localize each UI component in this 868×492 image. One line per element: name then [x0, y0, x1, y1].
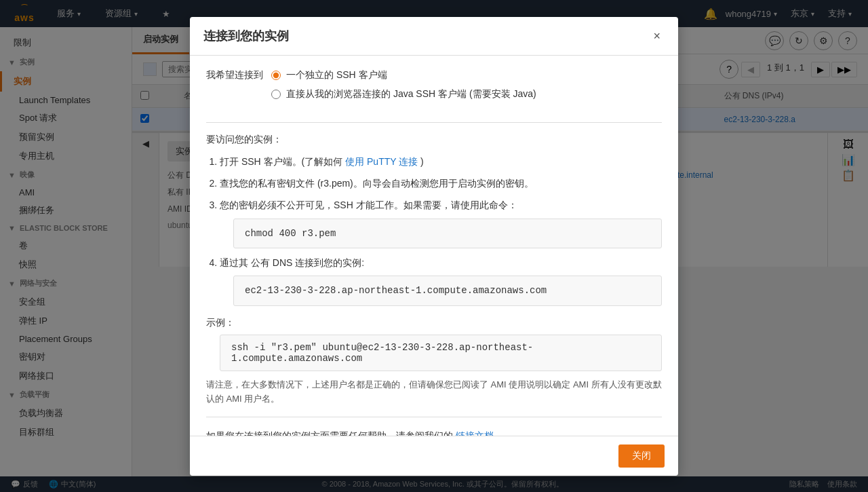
- example-section: 示例： ssh -i "r3.pem" ubuntu@ec2-13-230-3-…: [206, 317, 662, 406]
- note-text: 请注意，在大多数情况下，上述用户名都是正确的，但请确保您已阅读了 AMI 使用说…: [206, 378, 662, 406]
- radio-option-java[interactable]: 直接从我的浏览器连接的 Java SSH 客户端 (需要安装 Java): [271, 88, 536, 100]
- chmod-code: chmod 400 r3.pem: [233, 219, 662, 248]
- modal-title: 连接到您的实例: [203, 28, 289, 44]
- close-modal-button[interactable]: 关闭: [618, 444, 665, 468]
- modal-header: 连接到您的实例 ×: [190, 17, 678, 56]
- step-3: 您的密钥必须不公开可见，SSH 才能工作。如果需要，请使用此命令： chmod …: [220, 197, 662, 248]
- radio-option-ssh[interactable]: 一个独立的 SSH 客户端: [271, 69, 536, 81]
- modal-divider-2: [206, 417, 662, 417]
- connect-modal: 连接到您的实例 × 我希望连接到 一个独立的 SSH 客户端 直接从我的浏览器连…: [190, 17, 678, 476]
- ssh-command-code: ssh -i "r3.pem" ubuntu@ec2-13-230-3-228.…: [220, 335, 662, 371]
- step-2: 查找您的私有密钥文件 (r3.pem)。向导会自动检测您用于启动实例的密钥。: [220, 176, 662, 191]
- radio-ssh[interactable]: [271, 71, 281, 80]
- modal-overlay: 连接到您的实例 × 我希望连接到 一个独立的 SSH 客户端 直接从我的浏览器连…: [0, 0, 868, 492]
- radio-group: 一个独立的 SSH 客户端 直接从我的浏览器连接的 Java SSH 客户端 (…: [271, 69, 536, 100]
- connection-type-label: 我希望连接到: [206, 69, 263, 81]
- modal-close-button[interactable]: ×: [649, 29, 665, 43]
- modal-footer: 关闭: [190, 436, 678, 476]
- example-label: 示例：: [206, 317, 662, 329]
- modal-divider-1: [206, 122, 662, 123]
- radio-java[interactable]: [271, 90, 281, 99]
- step-4: 通过其 公有 DNS 连接到您的实例: ec2-13-230-3-228.ap-…: [220, 255, 662, 306]
- steps-title: 要访问您的实例：: [206, 134, 662, 146]
- modal-body: 我希望连接到 一个独立的 SSH 客户端 直接从我的浏览器连接的 Java SS…: [190, 56, 678, 436]
- help-link[interactable]: 链接文档: [456, 430, 494, 435]
- putty-link[interactable]: 使用 PuTTY 连接: [345, 156, 418, 167]
- help-text: 如果您在连接到您的实例方面需要任何帮助，请参阅我们的 链接文档 。: [206, 428, 662, 435]
- dns-code: ec2-13-230-3-228.ap-northeast-1.compute.…: [233, 276, 662, 305]
